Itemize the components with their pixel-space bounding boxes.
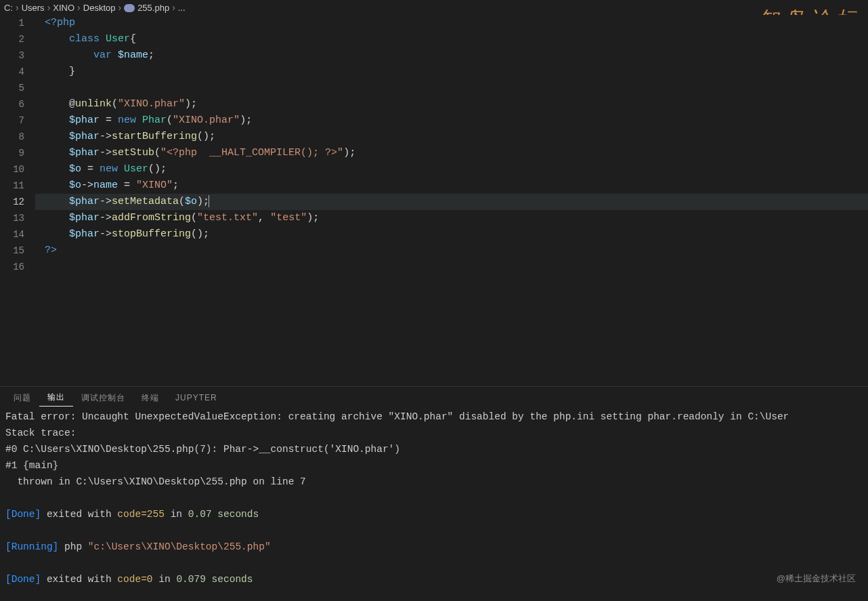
code-line[interactable]: $phar->startBuffering();: [35, 129, 868, 145]
breadcrumb-item[interactable]: 255.php: [137, 3, 169, 13]
php-file-icon: [124, 4, 135, 12]
line-number: 1: [0, 15, 24, 31]
line-number-gutter: 12345678910111213141516: [0, 15, 35, 386]
chevron-right-icon: ›: [77, 2, 81, 13]
breadcrumb-item[interactable]: C:: [4, 3, 13, 13]
code-line[interactable]: [35, 259, 868, 275]
text-cursor: [209, 195, 209, 207]
panel-tab[interactable]: 调试控制台: [73, 390, 133, 407]
code-line[interactable]: $phar->setMetadata($o);: [35, 194, 868, 210]
line-number: 5: [0, 80, 24, 96]
bottom-panel: 问题输出调试控制台终端JUPYTER Fatal error: Uncaught…: [0, 386, 868, 587]
breadcrumb-item[interactable]: XINO: [53, 3, 74, 13]
chevron-right-icon: ›: [47, 2, 51, 13]
line-number: 4: [0, 64, 24, 80]
output-line: [Running] php "c:\Users\XINO\Desktop\255…: [5, 539, 863, 555]
line-number: 2: [0, 31, 24, 47]
line-number: 11: [0, 178, 24, 194]
panel-tab[interactable]: JUPYTER: [167, 390, 225, 405]
panel-tabs: 问题输出调试控制台终端JUPYTER: [0, 387, 868, 409]
code-line[interactable]: var $name;: [35, 47, 868, 64]
line-number: 13: [0, 210, 24, 226]
output-line: Fatal error: Uncaught UnexpectedValueExc…: [5, 409, 863, 425]
line-number: 9: [0, 145, 24, 161]
code-area[interactable]: <?php class User{ var $name; } @unlink("…: [35, 15, 868, 386]
line-number: 8: [0, 129, 24, 145]
code-line[interactable]: class User{: [35, 31, 868, 47]
output-line: Stack trace:: [5, 425, 863, 441]
line-number: 6: [0, 96, 24, 112]
code-line[interactable]: $phar->setStub("<?php __HALT_COMPILER();…: [35, 145, 868, 161]
code-line[interactable]: $o = new User();: [35, 161, 868, 178]
code-line[interactable]: $phar->stopBuffering();: [35, 226, 868, 243]
line-number: 14: [0, 226, 24, 243]
panel-tab[interactable]: 问题: [5, 390, 39, 407]
breadcrumb-item[interactable]: Desktop: [83, 3, 116, 13]
chevron-right-icon: ›: [172, 2, 175, 13]
panel-tab[interactable]: 输出: [39, 389, 73, 407]
output-panel[interactable]: Fatal error: Uncaught UnexpectedValueExc…: [0, 409, 868, 587]
chevron-right-icon: ›: [118, 2, 121, 13]
output-line: #0 C:\Users\XINO\Desktop\255.php(7): Pha…: [5, 441, 863, 457]
code-line[interactable]: }: [35, 64, 868, 80]
output-line: [Done] exited with code=255 in 0.07 seco…: [5, 506, 863, 522]
watermark-bottom: @稀土掘金技术社区: [777, 573, 856, 585]
output-line: thrown in C:\Users\XINO\Desktop\255.php …: [5, 474, 863, 490]
code-line[interactable]: $phar->addFromString("test.txt", "test")…: [35, 210, 868, 226]
output-line: [5, 490, 863, 506]
panel-tab[interactable]: 终端: [133, 390, 167, 407]
code-line[interactable]: @unlink("XINO.phar");: [35, 96, 868, 112]
breadcrumb-item[interactable]: ...: [178, 3, 186, 13]
code-line[interactable]: $o->name = "XINO";: [35, 178, 868, 194]
output-line: [5, 555, 863, 571]
breadcrumb-item[interactable]: Users: [22, 3, 45, 13]
code-line[interactable]: <?php: [35, 15, 868, 31]
line-number: 10: [0, 161, 24, 178]
line-number: 16: [0, 259, 24, 275]
code-line[interactable]: $phar = new Phar("XINO.phar");: [35, 112, 868, 129]
output-line: [5, 522, 863, 539]
chevron-right-icon: ›: [16, 2, 19, 13]
line-number: 12: [0, 194, 24, 210]
code-line[interactable]: [35, 80, 868, 96]
code-line[interactable]: ?>: [35, 243, 868, 259]
output-line: [Done] exited with code=0 in 0.079 secon…: [5, 571, 863, 587]
breadcrumb: C: › Users › XINO › Desktop › 255.php › …: [0, 0, 868, 15]
output-line: #1 {main}: [5, 457, 863, 474]
line-number: 15: [0, 243, 24, 259]
line-number: 3: [0, 47, 24, 64]
line-number: 7: [0, 112, 24, 129]
code-editor[interactable]: 12345678910111213141516 <?php class User…: [0, 15, 868, 386]
